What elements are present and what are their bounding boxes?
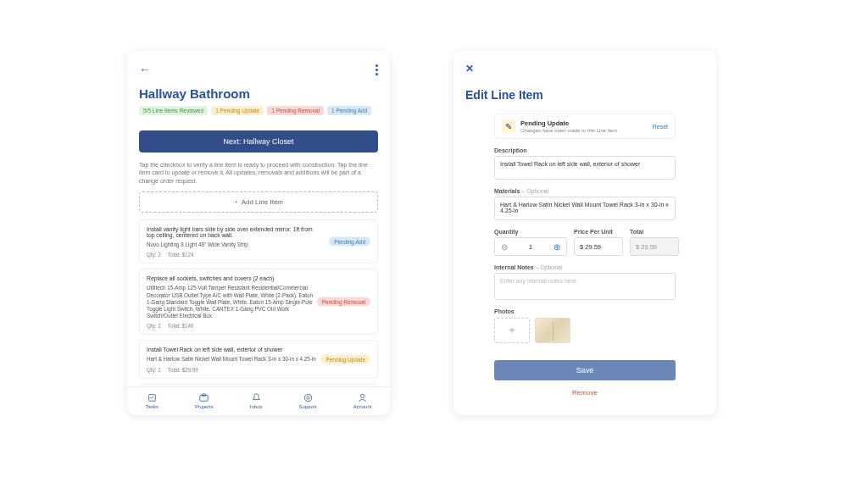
- status-badge: Pending Update: [320, 354, 370, 363]
- close-icon[interactable]: ✕: [465, 63, 474, 75]
- quantity-stepper[interactable]: ⊖ 1 ⊕: [494, 237, 567, 256]
- line-item-materials: Hart & Harlow Satin Nickel Wall Mount To…: [147, 356, 316, 363]
- materials-label: Materials – Optional: [494, 188, 676, 194]
- tasks-icon: [147, 393, 157, 402]
- description-label: Description: [494, 147, 676, 153]
- notes-input[interactable]: Enter any internal notes here.: [494, 273, 676, 300]
- pencil-icon: ✎: [502, 119, 515, 133]
- line-items-panel: ← Hallway Bathroom 5/5 Line Items Review…: [127, 51, 390, 415]
- line-item-card[interactable]: Install vanity light bars side by side o…: [139, 219, 378, 263]
- line-item-meta: Qty: 2Total: $124: [147, 252, 370, 258]
- help-text: Tap the checkbox to verify a line item i…: [127, 152, 390, 191]
- price-label: Price Per Unit: [574, 229, 623, 235]
- nav-item-account[interactable]: Account: [353, 393, 372, 409]
- line-item-card[interactable]: Replace all sockets, switches and covers…: [139, 269, 378, 335]
- support-icon: [303, 393, 313, 402]
- save-button[interactable]: Save: [494, 360, 676, 380]
- line-item-description: Replace all sockets, switches and covers…: [147, 275, 316, 281]
- line-item-materials: Nuvo Lighting 8 Light 48" Wide Vanity St…: [147, 241, 316, 248]
- nav-item-projects[interactable]: Projects: [195, 393, 214, 409]
- panel-title: Edit Line Item: [453, 88, 716, 108]
- nav-item-inbox[interactable]: Inbox: [250, 393, 263, 409]
- status-badge: Pending Removal: [317, 297, 370, 307]
- quantity-label: Quantity: [494, 229, 567, 235]
- svg-point-5: [360, 394, 364, 397]
- next-button[interactable]: Next: Hallway Closet: [139, 130, 378, 152]
- remove-link[interactable]: Remove: [494, 389, 676, 396]
- nav-label: Tasks: [146, 404, 159, 409]
- status-chip: 1 Pending Removal: [267, 106, 324, 115]
- nav-label: Support: [299, 404, 317, 409]
- line-item-meta: Qty: 2Total: $146: [147, 323, 370, 329]
- svg-point-4: [306, 396, 309, 399]
- photos-label: Photos: [494, 308, 676, 314]
- back-arrow-icon[interactable]: ←: [139, 63, 151, 76]
- photo-thumbnail[interactable]: [535, 318, 570, 343]
- inbox-icon: [252, 393, 261, 402]
- status-chip: 5/5 Line Items Reviewed: [139, 106, 208, 115]
- add-line-item-button[interactable]: +Add Line Item: [139, 191, 378, 213]
- description-input[interactable]: Install Towel Rack on left side wall, ex…: [494, 156, 676, 180]
- kebab-menu-icon[interactable]: [376, 64, 378, 75]
- nav-item-support[interactable]: Support: [299, 393, 317, 409]
- line-item-description: Install Towel Rack on left side wall, ex…: [147, 347, 316, 352]
- nav-label: Inbox: [250, 404, 263, 409]
- price-input[interactable]: $ 29.59: [574, 237, 623, 256]
- quantity-value: 1: [514, 243, 548, 251]
- nav-label: Account: [353, 404, 372, 409]
- edit-line-item-panel: ✕ Edit Line Item ✎ Pending Update Change…: [453, 51, 716, 415]
- reset-link[interactable]: Reset: [653, 124, 668, 130]
- materials-input[interactable]: Hart & Harlow Satin Nickel Wall Mount To…: [494, 197, 676, 220]
- plus-circle-icon[interactable]: ⊕: [548, 242, 566, 252]
- status-chip: 1 Pending Update: [211, 106, 264, 115]
- nav-item-tasks[interactable]: Tasks: [146, 393, 159, 409]
- status-badge: Pending Add: [329, 237, 370, 247]
- line-item-card[interactable]: Install Towel Rack on left side wall, ex…: [139, 340, 378, 378]
- status-chip: 1 Pending Add: [327, 106, 371, 115]
- page-title: Hallway Bathroom: [139, 86, 378, 101]
- plus-icon: +: [234, 198, 238, 206]
- total-label: Total: [630, 229, 679, 235]
- total-value: $ 29.59: [630, 237, 679, 256]
- line-item-materials: Utilitech 15-Amp 125-Volt Tamper Resista…: [147, 285, 316, 319]
- nav-label: Projects: [195, 404, 214, 409]
- svg-point-3: [304, 394, 311, 401]
- line-item-meta: Qty: 1Total: $29.99: [147, 367, 370, 373]
- account-icon: [358, 393, 367, 402]
- line-item-description: Install vanity light bars side by side o…: [147, 226, 316, 238]
- notes-label: Internal Notes – Optional: [494, 264, 676, 270]
- bottom-nav: TasksProjectsInboxSupportAccount: [127, 386, 390, 415]
- add-photo-button[interactable]: +: [494, 318, 530, 343]
- minus-icon[interactable]: ⊖: [495, 242, 514, 252]
- pending-update-alert: ✎ Pending Update Changes have been made …: [494, 114, 676, 139]
- projects-icon: [199, 393, 209, 402]
